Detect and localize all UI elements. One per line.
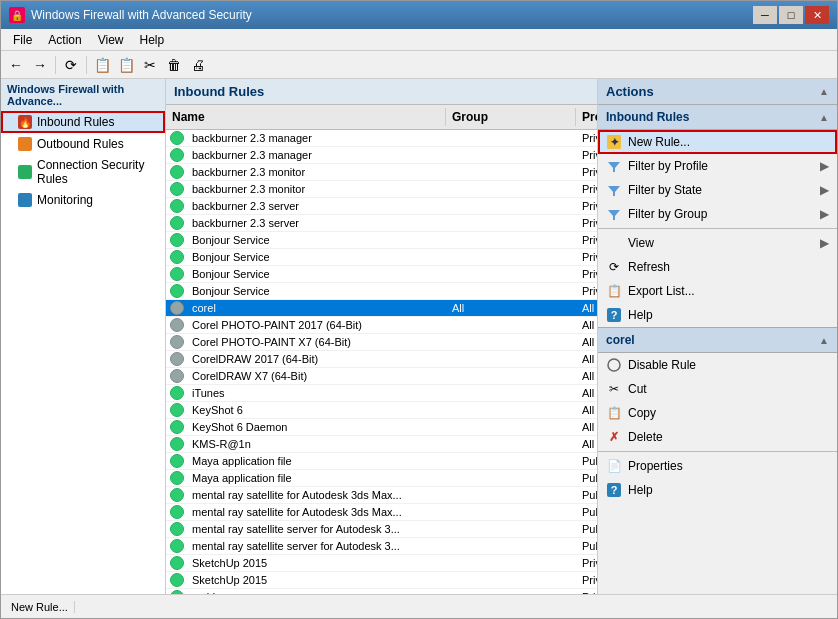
action-delete[interactable]: ✗ Delete — [598, 425, 837, 449]
table-row[interactable]: Corel PHOTO-PAINT X7 (64-Bit)AllYes — [166, 334, 597, 351]
actions-panel: Actions ▲ Inbound Rules ▲ ✦ New Rule... — [597, 79, 837, 594]
action-refresh[interactable]: ⟳ Refresh — [598, 255, 837, 279]
table-row[interactable]: backburner 2.3 managerPrivateYes — [166, 147, 597, 164]
cell-profile: Private — [576, 284, 597, 298]
cell-name: Bonjour Service — [186, 284, 446, 298]
cell-group — [446, 562, 576, 564]
table-row[interactable]: mental ray satellite server for Autodesk… — [166, 538, 597, 555]
table-row[interactable]: SketchUp 2015PrivateYes — [166, 572, 597, 589]
cell-name: backburner 2.3 manager — [186, 131, 446, 145]
action-filter-profile[interactable]: Filter by Profile ▶ — [598, 154, 837, 178]
svg-text:?: ? — [611, 484, 618, 496]
cell-profile: All — [576, 369, 597, 383]
cell-group — [446, 409, 576, 411]
toolbar-forward[interactable]: → — [29, 54, 51, 76]
table-row[interactable]: backburner 2.3 monitorPrivateYes — [166, 164, 597, 181]
table-body[interactable]: backburner 2.3 managerPrivateYesbackburn… — [166, 130, 597, 594]
table-row[interactable]: backburner 2.3 serverPrivateYes — [166, 215, 597, 232]
table-row[interactable]: Bonjour ServicePrivateYes — [166, 266, 597, 283]
refresh-label: Refresh — [628, 260, 670, 274]
cell-profile: Private — [576, 573, 597, 587]
table-row[interactable]: CorelDRAW X7 (64-Bit)AllYes — [166, 368, 597, 385]
table-row[interactable]: Bonjour ServicePrivateYes — [166, 249, 597, 266]
table-row[interactable]: Bonjour ServicePrivateYes — [166, 232, 597, 249]
table-row[interactable]: mental ray satellite server for Autodesk… — [166, 521, 597, 538]
action-properties[interactable]: 📄 Properties — [598, 454, 837, 478]
table-row[interactable]: corelAllAllYes — [166, 300, 597, 317]
minimize-button[interactable]: ─ — [753, 6, 777, 24]
green-status-icon — [170, 131, 184, 145]
table-row[interactable]: Corel PHOTO-PAINT 2017 (64-Bit)AllYes — [166, 317, 597, 334]
row-icon — [166, 573, 186, 587]
toolbar-paste[interactable]: 📋 — [115, 54, 137, 76]
action-help-corel[interactable]: ? Help — [598, 478, 837, 502]
sidebar-item-inbound[interactable]: 🔥 Inbound Rules — [1, 111, 165, 133]
row-icon — [166, 420, 186, 434]
corel-section: corel ▲ Disable Rule ✂ Cut 📋 — [598, 327, 837, 502]
toolbar-refresh[interactable]: ⟳ — [60, 54, 82, 76]
action-new-rule[interactable]: ✦ New Rule... — [598, 130, 837, 154]
action-view[interactable]: View ▶ — [598, 231, 837, 255]
row-icon — [166, 471, 186, 485]
table-row[interactable]: Bonjour ServicePrivateYes — [166, 283, 597, 300]
filter-profile-label: Filter by Profile — [628, 159, 708, 173]
row-icon — [166, 437, 186, 451]
table-row[interactable]: KMS-R@1nAllYes — [166, 436, 597, 453]
cell-profile: Public — [576, 488, 597, 502]
toolbar-copy[interactable]: 📋 — [91, 54, 113, 76]
green-status-icon — [170, 199, 184, 213]
table-row[interactable]: mental ray satellite for Autodesk 3ds Ma… — [166, 504, 597, 521]
action-help-inbound[interactable]: ? Help — [598, 303, 837, 327]
close-button[interactable]: ✕ — [805, 6, 829, 24]
cell-name: mental ray satellite for Autodesk 3ds Ma… — [186, 488, 446, 502]
col-header-name[interactable]: Name — [166, 108, 446, 126]
menu-view[interactable]: View — [90, 31, 132, 49]
sidebar-item-outbound[interactable]: Outbound Rules — [1, 133, 165, 155]
action-cut[interactable]: ✂ Cut — [598, 377, 837, 401]
table-row[interactable]: KeyShot 6AllYes — [166, 402, 597, 419]
toolbar-back[interactable]: ← — [5, 54, 27, 76]
delete-label: Delete — [628, 430, 663, 444]
action-disable-rule[interactable]: Disable Rule — [598, 353, 837, 377]
center-panel: Inbound Rules Name Group Profile Enabled… — [166, 79, 597, 594]
sidebar-item-connection[interactable]: Connection Security Rules — [1, 155, 165, 189]
table-row[interactable]: mental ray satellite for Autodesk 3ds Ma… — [166, 487, 597, 504]
table-row[interactable]: Maya application filePublicYes — [166, 453, 597, 470]
table-row[interactable]: Maya application filePublicYes — [166, 470, 597, 487]
table-row[interactable]: SketchUp 2015PrivateYes — [166, 555, 597, 572]
gray-status-icon — [170, 369, 184, 383]
sidebar-item-monitoring[interactable]: Monitoring — [1, 189, 165, 211]
menu-file[interactable]: File — [5, 31, 40, 49]
action-copy[interactable]: 📋 Copy — [598, 401, 837, 425]
new-rule-label: New Rule... — [628, 135, 690, 149]
toolbar-print[interactable]: 🖨 — [187, 54, 209, 76]
cell-name: KeyShot 6 — [186, 403, 446, 417]
refresh-icon: ⟳ — [606, 259, 622, 275]
action-filter-group[interactable]: Filter by Group ▶ — [598, 202, 837, 226]
cell-group — [446, 579, 576, 581]
menu-action[interactable]: Action — [40, 31, 89, 49]
row-icon — [166, 131, 186, 145]
table-row[interactable]: iTunesAllYes — [166, 385, 597, 402]
toolbar-cut[interactable]: ✂ — [139, 54, 161, 76]
menu-help[interactable]: Help — [132, 31, 173, 49]
col-header-profile[interactable]: Profile — [576, 108, 597, 126]
cell-name: SketchUp 2015 — [186, 573, 446, 587]
svg-marker-8 — [608, 186, 620, 196]
table-row[interactable]: KeyShot 6 DaemonAllYes — [166, 419, 597, 436]
action-export-list[interactable]: 📋 Export List... — [598, 279, 837, 303]
gray-status-icon — [170, 335, 184, 349]
table-row[interactable]: backburner 2.3 monitorPrivateYes — [166, 181, 597, 198]
status-new-rule[interactable]: New Rule... — [5, 601, 75, 613]
help-inbound-icon: ? — [606, 307, 622, 323]
toolbar-delete[interactable]: 🗑 — [163, 54, 185, 76]
maximize-button[interactable]: □ — [779, 6, 803, 24]
table-row[interactable]: backburner 2.3 managerPrivateYes — [166, 130, 597, 147]
table-row[interactable]: CorelDRAW 2017 (64-Bit)AllYes — [166, 351, 597, 368]
cell-name: mental ray satellite for Autodesk 3ds Ma… — [186, 505, 446, 519]
help-corel-label: Help — [628, 483, 653, 497]
action-filter-state[interactable]: Filter by State ▶ — [598, 178, 837, 202]
table-row[interactable]: backburner 2.3 serverPrivateYes — [166, 198, 597, 215]
actions-scroll-up[interactable]: ▲ — [819, 86, 829, 97]
col-header-group[interactable]: Group — [446, 108, 576, 126]
